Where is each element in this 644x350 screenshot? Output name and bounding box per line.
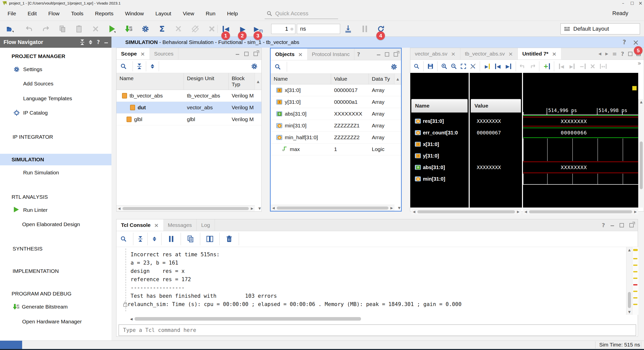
wave-vscrollbar[interactable] bbox=[638, 99, 644, 208]
search-icon[interactable] bbox=[413, 62, 420, 71]
sidebar-item-program-and-debug[interactable]: PROGRAM AND DEBUG bbox=[0, 288, 111, 299]
cursor-off-icon[interactable] bbox=[469, 62, 477, 71]
wave-marker-icon[interactable] bbox=[632, 86, 637, 90]
menu-file[interactable]: File bbox=[8, 11, 16, 17]
columns-icon[interactable] bbox=[205, 234, 214, 243]
sim-time-input[interactable] bbox=[276, 25, 289, 32]
tab-untitled-7[interactable]: Untitled 7* bbox=[518, 48, 561, 60]
wave-signal-y[interactable]: y[31:0] bbox=[413, 150, 439, 162]
sidebar-item-implementation[interactable]: IMPLEMENTATION bbox=[0, 265, 111, 277]
wave-signal-res[interactable]: res[31:0] bbox=[413, 115, 444, 127]
panel-float-icon[interactable] bbox=[254, 52, 258, 56]
scroll-down-icon[interactable] bbox=[258, 207, 261, 210]
help-icon[interactable] bbox=[97, 39, 100, 45]
sidebar-item-synthesis[interactable]: SYNTHESIS bbox=[0, 243, 111, 255]
expand-all-icon[interactable] bbox=[151, 64, 154, 69]
sim-time-field[interactable] bbox=[271, 24, 295, 34]
window-close-button[interactable] bbox=[637, 0, 644, 6]
settings-gear-icon[interactable] bbox=[141, 24, 150, 34]
scroll-right-icon[interactable] bbox=[634, 210, 637, 214]
objects-row-min_half[interactable]: min_half[31:0] ZZZZZZZ2 Array bbox=[271, 132, 401, 143]
tab-scroll-right-icon[interactable] bbox=[605, 52, 608, 56]
menu-layout[interactable]: Layout bbox=[155, 11, 171, 17]
tab-objects[interactable]: Objects bbox=[271, 48, 307, 60]
paste-icon[interactable] bbox=[74, 24, 84, 34]
scope-row-dut[interactable]: dut vector_abs Verilog M bbox=[116, 102, 261, 114]
panel-maximize-icon[interactable] bbox=[628, 52, 632, 56]
wave-names-header[interactable]: Name bbox=[411, 99, 468, 113]
pause-output-icon[interactable] bbox=[167, 234, 176, 243]
wave-names-hscrollbar[interactable] bbox=[411, 209, 521, 215]
panel-float-icon[interactable] bbox=[629, 223, 634, 227]
wave-signal-err_count[interactable]: err_count[31:0 bbox=[413, 127, 458, 138]
toolbar-overflow-icon[interactable] bbox=[637, 60, 641, 67]
help-icon[interactable] bbox=[354, 48, 363, 60]
time-unit-select[interactable]: ns bbox=[297, 24, 340, 34]
wave-values-header[interactable]: Value bbox=[471, 99, 521, 113]
close-icon[interactable] bbox=[140, 51, 145, 57]
expand-all-icon[interactable] bbox=[89, 40, 92, 44]
menu-reports[interactable]: Reports bbox=[95, 11, 113, 17]
close-icon[interactable] bbox=[298, 51, 303, 58]
wave-signal-abs[interactable]: abs[31:0] bbox=[413, 162, 445, 173]
objects-hscrollbar[interactable] bbox=[271, 205, 394, 211]
waveform-canvas[interactable]: 514,996 ps 514,998 ps XXXXXXXX 00000066 bbox=[523, 73, 638, 208]
menu-view[interactable]: View bbox=[183, 11, 194, 17]
help-icon[interactable] bbox=[621, 51, 624, 57]
tcl-command-box[interactable] bbox=[118, 324, 636, 336]
objects-row-max[interactable]: max 1 Logic bbox=[271, 143, 401, 155]
scroll-up-icon[interactable] bbox=[640, 99, 642, 104]
clear-time-icon[interactable] bbox=[290, 27, 294, 31]
tab-protocol-instances[interactable]: Protocol Instanc bbox=[307, 48, 354, 60]
wave-canvas-hscrollbar[interactable] bbox=[523, 209, 638, 215]
panel-maximize-icon[interactable] bbox=[385, 52, 389, 57]
menu-flow[interactable]: Flow bbox=[48, 11, 59, 17]
step-button[interactable] bbox=[343, 24, 353, 34]
tab-list-icon[interactable] bbox=[612, 51, 617, 57]
menu-window[interactable]: Window bbox=[125, 11, 144, 17]
open-project-button[interactable] bbox=[5, 24, 15, 34]
sim-help-icon[interactable] bbox=[623, 39, 626, 46]
close-icon[interactable] bbox=[552, 51, 556, 57]
prev-transition-icon[interactable] bbox=[494, 62, 502, 71]
scope-row-glbl[interactable]: glbl glbl Verilog M bbox=[116, 114, 261, 125]
search-icon[interactable] bbox=[119, 62, 128, 71]
sidebar-item-simulation[interactable]: SIMULATION bbox=[0, 154, 111, 165]
panel-minimize-icon[interactable] bbox=[377, 54, 380, 55]
sidebar-item-rtl-analysis[interactable]: RTL ANALYSIS bbox=[0, 191, 111, 203]
tab-messages[interactable]: Messages bbox=[163, 219, 197, 231]
help-icon[interactable] bbox=[602, 222, 605, 228]
col-value[interactable]: Value bbox=[331, 74, 369, 84]
menu-run[interactable]: Run bbox=[206, 11, 216, 17]
goto-time-icon[interactable] bbox=[483, 62, 492, 71]
window-minimize-button[interactable] bbox=[619, 0, 627, 6]
gear-icon[interactable] bbox=[389, 62, 398, 71]
col-block-type[interactable]: Block Typ bbox=[229, 73, 255, 90]
scope-row-tb_vector_abs[interactable]: tb_vector_abs tb_vector_abs Verilog M bbox=[116, 90, 261, 102]
objects-row-abs[interactable]: abs[31:0] XXXXXXXX Array bbox=[271, 108, 401, 120]
scroll-right-icon[interactable] bbox=[251, 207, 253, 210]
sidebar-item-run-simulation[interactable]: Run Simulation bbox=[0, 167, 111, 178]
collapse-all-icon[interactable] bbox=[137, 64, 141, 69]
search-icon[interactable] bbox=[273, 62, 282, 71]
panel-float-icon[interactable] bbox=[394, 52, 398, 57]
sidebar-item-add-sources[interactable]: Add Sources bbox=[0, 78, 111, 89]
add-marker-icon[interactable] bbox=[542, 62, 551, 71]
copy-text-icon[interactable] bbox=[186, 234, 195, 243]
scope-hscrollbar[interactable] bbox=[116, 205, 255, 211]
scroll-left-icon[interactable] bbox=[413, 210, 415, 214]
menu-edit[interactable]: Edit bbox=[28, 11, 37, 17]
menu-tools[interactable]: Tools bbox=[71, 11, 83, 17]
scroll-up-icon[interactable] bbox=[394, 74, 401, 84]
tab-vector_abs-sv[interactable]: vector_abs.sv bbox=[410, 48, 460, 60]
scroll-up-icon[interactable] bbox=[628, 247, 631, 252]
undo-icon[interactable] bbox=[24, 24, 34, 34]
scroll-left-icon[interactable] bbox=[525, 210, 527, 214]
scroll-left-icon[interactable] bbox=[118, 207, 120, 210]
zoom-in-icon[interactable] bbox=[440, 62, 448, 71]
generate-bitstream-icon[interactable]: 0110 bbox=[124, 24, 134, 34]
panel-maximize-icon[interactable] bbox=[244, 52, 249, 56]
delete-icon[interactable] bbox=[91, 24, 100, 34]
search-icon[interactable] bbox=[119, 234, 128, 243]
scroll-down-icon[interactable] bbox=[628, 309, 631, 315]
